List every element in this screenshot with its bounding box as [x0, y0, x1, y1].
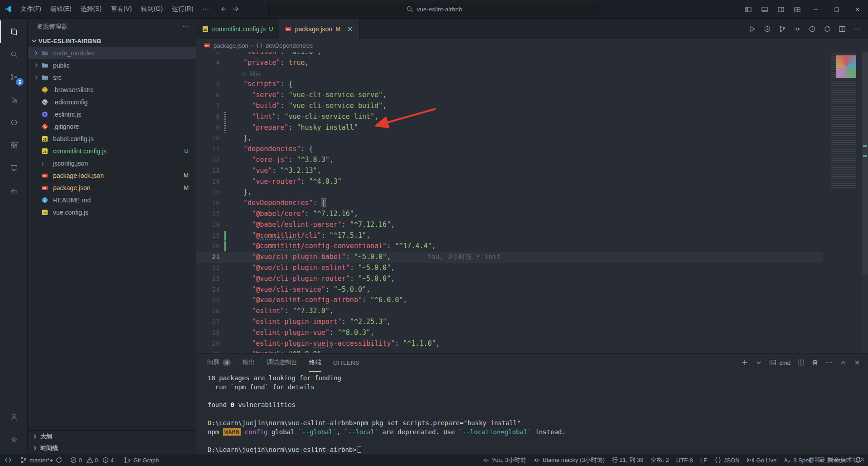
tab-package-json[interactable]: npm package.json M: [279, 19, 359, 39]
file-item-node_modules[interactable]: node_modules: [28, 47, 196, 59]
project-root-folder[interactable]: VUE-ESLINT-AIRBNB: [28, 35, 196, 47]
new-terminal-icon[interactable]: [741, 359, 748, 366]
code-line-5[interactable]: 5 "scripts": {: [196, 79, 823, 90]
breadcrumb-file[interactable]: package.json: [213, 42, 248, 49]
file-item-babel.config.js[interactable]: JSbabel.config.js: [28, 132, 196, 145]
activity-account[interactable]: [0, 406, 27, 428]
code-line-9[interactable]: 9 "prepare": "husky install": [196, 123, 823, 133]
kill-terminal-icon[interactable]: [811, 359, 819, 366]
timeline-section[interactable]: 时间线: [28, 442, 196, 454]
file-item-commitlint.config.js[interactable]: JScommitlint.config.jsU: [28, 145, 196, 157]
menu-overflow-icon[interactable]: [199, 4, 213, 15]
activity-extensions[interactable]: [0, 134, 27, 157]
code-line-18[interactable]: 18 "@babel/eslint-parser": "^7.12.16",: [196, 220, 823, 231]
go-back-icon[interactable]: [220, 5, 228, 13]
language-mode-status[interactable]: JSON: [711, 454, 743, 466]
close-tab-icon[interactable]: [346, 25, 354, 33]
git-branch-action-icon[interactable]: [779, 25, 786, 33]
file-item-package.json[interactable]: npmpackage.jsonM: [28, 181, 196, 194]
indentation-status[interactable]: 空格: 2: [647, 454, 672, 466]
terminal-shell-chip[interactable]: cmd: [769, 359, 790, 366]
code-line-11[interactable]: 11 "dependencies": {: [196, 144, 823, 155]
activity-docker[interactable]: [0, 179, 27, 202]
scrollbar-thumb[interactable]: [862, 52, 868, 275]
panel-tab-output[interactable]: 输出: [242, 353, 255, 372]
code-line-12[interactable]: 12 "core-js": "^3.8.3",: [196, 155, 823, 166]
breadcrumb-symbol[interactable]: devDependencies: [266, 42, 313, 49]
code-line-24[interactable]: 24 "@vue/cli-service": "~5.0.0",: [196, 285, 823, 295]
file-item-.editorconfig[interactable]: .editorconfig: [28, 96, 196, 108]
codelens-label[interactable]: 调试: [249, 70, 261, 77]
terminal-profile-dropdown-icon[interactable]: [755, 359, 762, 366]
code-line-4[interactable]: 4 "private": true,: [196, 58, 823, 69]
code-line-13[interactable]: 13 "vue": "^3.2.13",: [196, 166, 823, 177]
encoding-status[interactable]: UTF-8: [673, 454, 697, 466]
go-forward-icon[interactable]: [232, 5, 239, 13]
run-code-icon[interactable]: [749, 25, 756, 33]
code-line-16[interactable]: 16 "devDependencies": {: [196, 198, 823, 209]
code-line-22[interactable]: 22 "@vue/cli-plugin-eslint": "~5.0.0",: [196, 263, 823, 274]
menu-selection[interactable]: 选择(S): [77, 3, 106, 15]
tab-commitlint-config-js[interactable]: JS commitlint.config.js U: [196, 19, 279, 39]
debug-codelens-run-icon[interactable]: ▷: [243, 71, 247, 76]
code-line-23[interactable]: 23 "@vue/cli-plugin-router": "~5.0.0",: [196, 274, 823, 285]
code-line-28[interactable]: 28 "eslint-plugin-vue": "^8.0.3",: [196, 328, 823, 338]
sync-action-icon[interactable]: [824, 25, 831, 33]
file-item-package-lock.json[interactable]: npmpackage-lock.jsonM: [28, 169, 196, 181]
code-line-20[interactable]: 20 "@commitlint/config-conventional": "^…: [196, 241, 823, 252]
maximize-panel-icon[interactable]: [839, 359, 847, 366]
history-icon[interactable]: [764, 25, 771, 33]
minimize-button[interactable]: [805, 0, 826, 19]
eol-status[interactable]: LF: [697, 454, 711, 466]
file-item-src[interactable]: src: [28, 71, 196, 83]
commit-info-status[interactable]: You, 3小时前: [479, 454, 529, 466]
file-item-.browserslistrc[interactable]: .browserslistrc: [28, 83, 196, 96]
file-item-README.md[interactable]: README.md: [28, 194, 196, 206]
remote-indicator[interactable]: [0, 454, 16, 466]
code-line-27[interactable]: 27 "eslint-plugin-import": "^2.25.3",: [196, 317, 823, 328]
menu-run[interactable]: 运行(R): [168, 3, 197, 15]
file-item-vue.config.js[interactable]: JSvue.config.js: [28, 206, 196, 218]
close-window-button[interactable]: [847, 0, 868, 19]
activity-settings[interactable]: [0, 428, 27, 451]
toggle-secondary-sidebar-button[interactable]: [773, 0, 789, 19]
panel-tab-terminal[interactable]: 终端: [309, 353, 321, 372]
go-live-status[interactable]: Go Live: [743, 454, 781, 466]
file-item-jsconfig.json[interactable]: {..}jsconfig.json: [28, 157, 196, 169]
git-graph-status[interactable]: Git Graph: [120, 454, 162, 466]
commit-action-icon[interactable]: [794, 25, 801, 33]
menu-file[interactable]: 文件(F): [16, 3, 45, 15]
file-item-.gitignore[interactable]: .gitignore: [28, 120, 196, 132]
explorer-more-actions-icon[interactable]: [182, 23, 189, 30]
blame-status[interactable]: Blame macky (3小时前): [529, 454, 608, 466]
code-line-15[interactable]: 15 },: [196, 187, 823, 198]
file-item-.eslintrc.js[interactable]: .eslintrc.js: [28, 108, 196, 120]
code-line-30[interactable]: 30 "husky": "^8.0.0",: [196, 349, 823, 353]
code-line-25[interactable]: 25 "@vue/eslint-config-airbnb": "^6.0.0"…: [196, 295, 823, 306]
menu-view[interactable]: 查看(V): [107, 3, 136, 15]
activity-remote-explorer[interactable]: [0, 157, 27, 179]
problems-status[interactable]: 0 0 4: [66, 454, 120, 466]
panel-more-actions-icon[interactable]: [825, 359, 833, 366]
customize-layout-button[interactable]: [789, 0, 805, 19]
code-line-19[interactable]: 19 "@commitlint/cli": "^17.5.1",: [196, 231, 823, 241]
maximize-button[interactable]: [826, 0, 847, 19]
panel-tab-gitlens[interactable]: GITLENS: [333, 353, 359, 372]
outline-section[interactable]: 大纲: [28, 430, 196, 442]
cursor-position-status[interactable]: 行 21, 列 39: [608, 454, 647, 466]
activity-source-control[interactable]: 5: [0, 66, 27, 88]
code-line-10[interactable]: 10 },: [196, 133, 823, 144]
file-item-public[interactable]: public: [28, 59, 196, 71]
code-line-29[interactable]: 29 "eslint-plugin-vuejs-accessibility": …: [196, 338, 823, 349]
activity-search[interactable]: [0, 43, 27, 66]
activity-remote-targets[interactable]: [0, 111, 27, 134]
toggle-primary-sidebar-button[interactable]: [740, 0, 756, 19]
code-line-3[interactable]: 3 "version": "0.1.0",: [196, 52, 823, 58]
minimap[interactable]: [829, 52, 862, 353]
live-action-icon[interactable]: [809, 25, 816, 33]
menu-go[interactable]: 转到(G): [137, 3, 167, 15]
split-terminal-icon[interactable]: [797, 359, 805, 366]
panel-tab-debug-console[interactable]: 调试控制台: [267, 353, 297, 372]
code-line-7[interactable]: 7 "build": "vue-cli-service build",: [196, 101, 823, 112]
more-actions-icon[interactable]: [853, 25, 861, 33]
